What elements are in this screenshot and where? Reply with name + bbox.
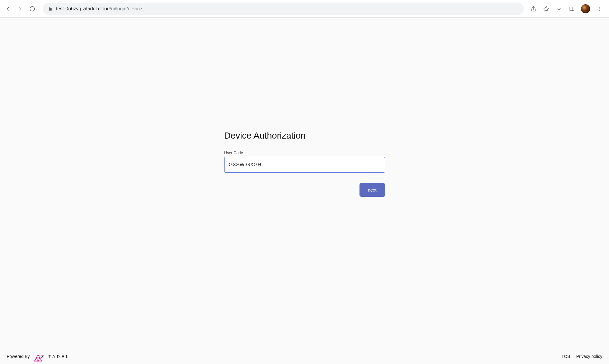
reload-button[interactable] — [28, 5, 37, 13]
address-bar[interactable]: test-0o6zvq.zitadel.cloud/ui/login/devic… — [43, 3, 524, 15]
device-auth-form: Device Authorization User Code next — [224, 130, 385, 197]
powered-by-label: Powered By — [7, 354, 30, 359]
panel-icon[interactable] — [568, 5, 575, 12]
footer-right: TOS Privacy policy — [561, 354, 602, 359]
footer: Powered By ZITADEL TOS Privacy policy — [0, 349, 609, 364]
button-row: next — [224, 183, 385, 197]
lock-icon — [48, 7, 52, 11]
profile-avatar[interactable] — [581, 4, 590, 13]
page-title: Device Authorization — [224, 130, 385, 141]
svg-rect-3 — [570, 7, 574, 11]
svg-point-6 — [599, 8, 600, 9]
browser-chrome: test-0o6zvq.zitadel.cloud/ui/login/devic… — [0, 0, 609, 18]
zitadel-mark-icon — [33, 353, 39, 359]
nav-buttons — [4, 5, 37, 13]
privacy-link[interactable]: Privacy policy — [576, 354, 602, 359]
download-icon[interactable] — [555, 5, 563, 12]
back-button[interactable] — [4, 5, 12, 13]
page-content: Device Authorization User Code next Powe… — [0, 18, 609, 364]
url-path: /ui/login/device — [110, 6, 142, 12]
user-code-label: User Code — [224, 150, 385, 155]
share-icon[interactable] — [530, 5, 537, 12]
zitadel-logo[interactable]: ZITADEL — [33, 353, 70, 359]
svg-marker-1 — [544, 6, 549, 11]
next-button[interactable]: next — [359, 183, 385, 197]
tos-link[interactable]: TOS — [561, 354, 570, 359]
zitadel-text: ZITADEL — [41, 354, 70, 359]
url-domain: test-0o6zvq.zitadel.cloud — [56, 6, 110, 12]
toolbar-right — [530, 4, 605, 13]
forward-button[interactable] — [16, 5, 24, 13]
footer-left: Powered By ZITADEL — [7, 353, 70, 359]
url-text: test-0o6zvq.zitadel.cloud/ui/login/devic… — [56, 6, 142, 12]
star-icon[interactable] — [543, 5, 550, 12]
svg-point-5 — [599, 7, 600, 7]
svg-point-7 — [599, 10, 600, 11]
more-icon[interactable] — [596, 5, 603, 12]
user-code-input[interactable] — [224, 157, 385, 173]
